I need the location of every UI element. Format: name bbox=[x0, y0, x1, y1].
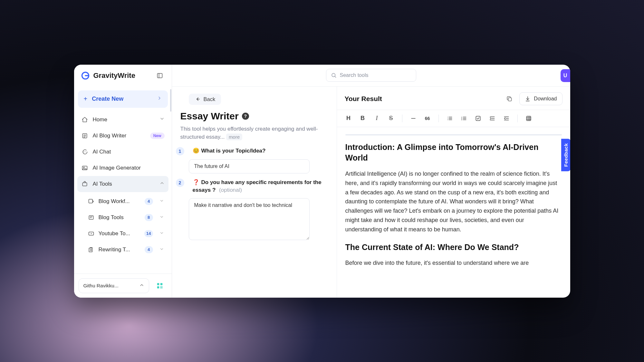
svg-rect-13 bbox=[160, 283, 162, 285]
feedback-tab[interactable]: Feedback bbox=[561, 139, 570, 171]
chevron-right-icon bbox=[157, 96, 162, 102]
sub-blog-workflow[interactable]: Blog Workf... 4 bbox=[85, 193, 167, 209]
sub-blog-tools[interactable]: Blog Tools 8 bbox=[85, 209, 167, 226]
bold-button[interactable]: B bbox=[356, 113, 369, 124]
back-label: Back bbox=[204, 96, 216, 102]
step-number: 1 bbox=[176, 147, 184, 155]
svg-rect-12 bbox=[157, 283, 159, 285]
upgrade-button[interactable]: U bbox=[561, 69, 570, 82]
svg-rect-10 bbox=[89, 216, 93, 219]
strikethrough-button[interactable]: S bbox=[385, 113, 398, 124]
brand-logo[interactable]: GravityWrite bbox=[81, 71, 135, 80]
indent-button[interactable] bbox=[486, 113, 499, 124]
new-badge: New bbox=[150, 133, 165, 139]
plus-icon: + bbox=[84, 95, 88, 103]
search-box[interactable] bbox=[326, 69, 416, 82]
sub-youtube-tools[interactable]: Youtube To... 14 bbox=[85, 226, 167, 242]
bullet-list-button[interactable] bbox=[443, 113, 456, 124]
sidebar-scrollbar[interactable] bbox=[170, 86, 172, 271]
svg-point-7 bbox=[83, 167, 84, 168]
nav-label: AI Blog Writer bbox=[93, 133, 127, 139]
question-1: 1 😊What is your Topic/Idea? bbox=[180, 147, 326, 173]
more-link[interactable]: more bbox=[226, 134, 242, 140]
question-2-label: ❓Do you have any specific requirements f… bbox=[193, 179, 326, 194]
svg-rect-27 bbox=[476, 116, 480, 120]
nav-label: AI Image Generator bbox=[93, 165, 141, 171]
logo-mark-icon bbox=[81, 71, 90, 80]
table-button[interactable] bbox=[522, 113, 535, 124]
nav-home[interactable]: Home bbox=[77, 112, 168, 128]
download-button[interactable]: Download bbox=[519, 92, 562, 105]
tool-title-text: Essay Writer bbox=[180, 111, 239, 122]
editor-toolbar: H B I S 66 123 bbox=[337, 110, 570, 127]
copy-button[interactable] bbox=[504, 93, 515, 104]
search-icon bbox=[331, 72, 337, 78]
arrow-left-icon bbox=[195, 96, 200, 102]
qr-code-button[interactable] bbox=[152, 278, 167, 293]
smile-emoji-icon: 😊 bbox=[193, 148, 199, 154]
help-icon[interactable]: ? bbox=[242, 113, 249, 120]
svg-rect-15 bbox=[160, 286, 161, 287]
count-badge: 4 bbox=[145, 198, 153, 205]
tool-description-text: This tool helps you effortlessly create … bbox=[180, 126, 318, 140]
question-1-text: What is your Topic/Idea? bbox=[201, 148, 266, 154]
hr-button[interactable] bbox=[407, 113, 420, 124]
result-document[interactable]: Introduction: A Glimpse into Tomorrow's … bbox=[337, 127, 570, 298]
doc-rule bbox=[345, 134, 562, 135]
user-name: Githu Ravikku... bbox=[83, 283, 119, 289]
nav-ai-tools[interactable]: AI Tools bbox=[77, 176, 168, 192]
primary-nav: Home AI Blog Writer New AI Chat AI Image… bbox=[74, 111, 172, 260]
tool-description: This tool helps you effortlessly create … bbox=[180, 125, 326, 141]
search-input[interactable] bbox=[340, 72, 411, 78]
chat-icon bbox=[81, 149, 88, 155]
upgrade-label: U bbox=[563, 73, 567, 79]
count-badge: 4 bbox=[145, 246, 153, 253]
sub-label: Rewriting T... bbox=[99, 246, 130, 253]
create-new-button[interactable]: + Create New bbox=[78, 90, 168, 108]
topic-input[interactable] bbox=[189, 159, 310, 173]
italic-button[interactable]: I bbox=[370, 113, 383, 124]
tool-title: Essay Writer ? bbox=[180, 111, 326, 122]
step-number: 2 bbox=[176, 179, 184, 187]
ai-tools-subnav: Blog Workf... 4 Blog Tools 8 Youtube To.… bbox=[77, 192, 168, 259]
rewriting-icon bbox=[88, 246, 95, 253]
content: Back Essay Writer ? This tool helps you … bbox=[172, 87, 570, 298]
blog-tools-icon bbox=[88, 214, 95, 221]
nav-label: AI Tools bbox=[93, 181, 112, 187]
svg-point-22 bbox=[447, 118, 448, 119]
chevron-down-icon bbox=[159, 246, 164, 253]
main-area: U Back Essay Writer ? This tool helps yo… bbox=[172, 65, 570, 298]
result-column: Your Result Download H B I bbox=[337, 87, 570, 298]
sub-rewriting-tools[interactable]: Rewriting T... 4 bbox=[85, 242, 167, 258]
sidebar: GravityWrite + Create New Home bbox=[74, 65, 172, 298]
create-new-label: Create New bbox=[92, 96, 123, 102]
doc-heading: The Current State of AI: Where Do We Sta… bbox=[345, 242, 562, 253]
nav-ai-image-generator[interactable]: AI Image Generator bbox=[77, 160, 168, 176]
app-window: GravityWrite + Create New Home bbox=[74, 65, 570, 298]
question-emoji-icon: ❓ bbox=[193, 179, 199, 185]
question-1-label: 😊What is your Topic/Idea? bbox=[193, 147, 266, 155]
sub-label: Blog Workf... bbox=[99, 198, 130, 205]
heading-button[interactable]: H bbox=[342, 113, 355, 124]
chevron-down-icon bbox=[159, 198, 164, 205]
sidebar-footer: Githu Ravikku... bbox=[74, 274, 172, 298]
svg-rect-18 bbox=[161, 286, 162, 287]
outdent-button[interactable] bbox=[500, 113, 513, 124]
requirements-input[interactable]: Make it narrative and don't be too techn… bbox=[189, 198, 310, 240]
result-header: Your Result Download bbox=[337, 87, 570, 110]
svg-rect-14 bbox=[157, 286, 159, 288]
nav-ai-chat[interactable]: AI Chat bbox=[77, 144, 168, 160]
ordered-list-button[interactable]: 123 bbox=[457, 113, 470, 124]
blog-icon bbox=[81, 133, 88, 139]
brand-name: GravityWrite bbox=[93, 71, 135, 80]
doc-paragraph: Artificial Intelligence (AI) is no longe… bbox=[345, 169, 562, 234]
collapse-sidebar-button[interactable] bbox=[154, 70, 165, 81]
toolbar-separator bbox=[517, 115, 518, 122]
user-menu[interactable]: Githu Ravikku... bbox=[79, 278, 149, 293]
quote-button[interactable]: 66 bbox=[421, 113, 434, 124]
nav-ai-blog-writer[interactable]: AI Blog Writer New bbox=[77, 128, 168, 144]
checklist-button[interactable] bbox=[472, 113, 485, 124]
back-button[interactable]: Back bbox=[189, 94, 221, 105]
chevron-down-icon bbox=[159, 214, 164, 221]
toolbar-separator bbox=[402, 115, 402, 122]
